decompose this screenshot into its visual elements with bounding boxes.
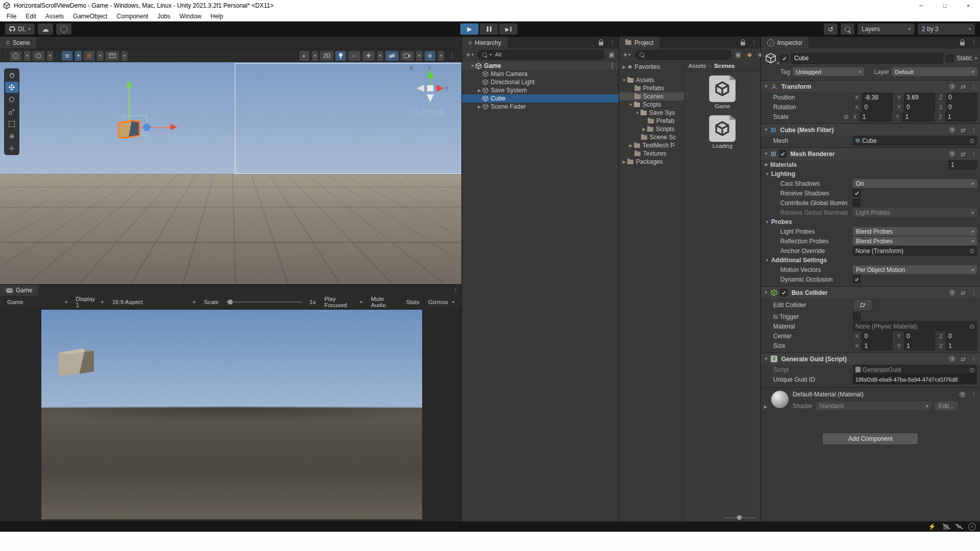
hierarchy-kebab-menu[interactable]: ⋮ — [606, 37, 619, 48]
tool-handle-rotation-dropdown[interactable]: ▾ — [47, 51, 54, 61]
foldout-icon[interactable]: ▶ — [476, 88, 482, 93]
tab-game[interactable]: Game — [0, 285, 39, 296]
camera-settings-dropdown[interactable]: ▾ — [416, 51, 423, 61]
tree-packages[interactable]: ▶ Packages — [619, 158, 684, 166]
layout-dropdown[interactable]: 2 by 3 ▾ — [918, 23, 975, 35]
close-button[interactable]: × — [957, 0, 980, 11]
orientation-gizmo[interactable]: y x — [412, 70, 448, 106]
presets-icon[interactable]: ⇄ — [961, 289, 966, 296]
play-button[interactable]: ▶ — [460, 23, 479, 35]
size-z-field[interactable]: 1 — [946, 341, 977, 350]
light-probes-dropdown[interactable]: Blend Probes▾ — [853, 227, 977, 236]
move-gizmo-center-handle[interactable] — [143, 124, 150, 131]
stats-toggle[interactable]: Stats — [402, 296, 424, 308]
mesh-filter-header[interactable]: ▼ ⊞ Cube (Mesh Filter) ? ⇄ ⋮ — [761, 123, 980, 136]
draw-mode-dropdown[interactable]: ▾ — [312, 51, 318, 61]
static-checkbox[interactable] — [946, 55, 954, 62]
perspective-label[interactable]: ◁ Persp — [412, 107, 444, 116]
layer-dropdown[interactable]: Default▾ — [892, 67, 977, 76]
project-kebab-menu[interactable]: ⋮ — [748, 37, 761, 48]
display-dropdown[interactable]: Display 1▾ — [72, 296, 108, 308]
foldout-icon[interactable]: ▼ — [764, 84, 768, 89]
hierarchy-item-scene-fader[interactable]: ▶ Scene Fader — [462, 103, 618, 111]
scale-x-field[interactable]: 1 — [860, 112, 892, 121]
snap-increment-button[interactable] — [106, 51, 119, 61]
camera-settings-button[interactable] — [401, 51, 413, 61]
cast-shadows-dropdown[interactable]: On▾ — [853, 179, 977, 188]
hierarchy-search-input[interactable] — [494, 51, 601, 58]
tree-scenes[interactable]: Scenes — [619, 92, 684, 101]
foldout-icon[interactable]: ▶ — [641, 127, 647, 132]
mesh-object-field[interactable]: ⊞ Cube ⊙ — [853, 136, 977, 145]
transform-tool[interactable]: ⊕ — [5, 131, 18, 142]
hierarchy-lock[interactable] — [596, 37, 606, 48]
hierarchy-searchbox[interactable]: ▾ — [478, 50, 604, 60]
account-dropdown[interactable]: DL ▾ — [5, 23, 35, 35]
rotation-z-field[interactable]: 0 — [946, 103, 977, 112]
additional-settings-foldout[interactable]: ▼ Additional Settings — [761, 256, 980, 265]
layers-dropdown[interactable]: Layers ▾ — [857, 23, 915, 35]
hierarchy-item-directional-light[interactable]: Directional Light — [462, 78, 618, 86]
component-kebab[interactable]: ⋮ — [971, 127, 977, 134]
anchor-override-field[interactable]: None (Transform) ⊙ — [853, 246, 977, 256]
foldout-icon[interactable]: ▼ — [764, 290, 768, 295]
project-search-input[interactable] — [647, 51, 727, 58]
move-gizmo-x-arrow[interactable] — [170, 124, 177, 130]
physic-material-field[interactable]: None (Physic Material) ⊙ — [853, 321, 977, 331]
center-y-field[interactable]: 0 — [904, 332, 935, 341]
snap-toggle[interactable]: ⊞ — [84, 51, 94, 61]
project-searchbox[interactable] — [635, 50, 731, 60]
menu-gameobject[interactable]: GameObject — [68, 12, 112, 21]
help-icon[interactable]: ? — [949, 289, 955, 296]
presets-icon[interactable]: ⇄ — [961, 127, 966, 134]
help-icon[interactable]: ? — [949, 356, 955, 362]
presets-icon[interactable]: ⇄ — [961, 151, 966, 158]
tab-inspector[interactable]: i Inspector — [761, 37, 808, 48]
gizmos-toggle-scene[interactable]: ⊕ — [425, 51, 435, 61]
center-z-field[interactable]: 0 — [946, 332, 977, 341]
project-lock[interactable] — [738, 37, 748, 48]
gameobject-name-field[interactable] — [791, 53, 944, 64]
foldout-icon[interactable]: ▶ — [476, 105, 482, 109]
object-picker-icon[interactable]: ⊙ — [969, 137, 974, 144]
gameobject-icon[interactable]: ▾ — [764, 52, 777, 65]
minimize-button[interactable]: ─ — [910, 0, 933, 11]
asset-game-scene[interactable]: Game — [709, 76, 736, 109]
center-x-field[interactable]: 0 — [862, 332, 893, 341]
hierarchy-pane-icon[interactable]: ▣ — [606, 51, 616, 58]
size-x-field[interactable]: 1 — [862, 341, 893, 350]
active-checkbox[interactable] — [780, 55, 788, 62]
snap-dropdown[interactable]: ▾ — [97, 51, 104, 61]
motion-vectors-dropdown[interactable]: Per Object Motion▾ — [853, 265, 977, 274]
package-filter-icon[interactable]: ◆ — [745, 51, 754, 58]
help-icon[interactable]: ? — [959, 391, 966, 398]
probes-foldout[interactable]: ▼ Probes — [761, 217, 980, 227]
tree-favorites[interactable]: ▶ ★ Favorites — [619, 63, 684, 71]
move-gizmo-y-axis[interactable] — [129, 87, 130, 120]
draw-mode-button[interactable]: ◐ — [300, 51, 309, 61]
gizmo-neg-x-cone[interactable] — [416, 85, 424, 92]
component-kebab[interactable]: ⋮ — [971, 356, 977, 363]
shader-edit-button[interactable]: Edit... — [935, 402, 959, 410]
position-x-field[interactable]: -8.38 — [862, 93, 893, 102]
hierarchy-item-cube[interactable]: Cube — [462, 94, 618, 103]
scale-slider[interactable] — [226, 302, 302, 303]
foldout-icon[interactable]: ▶ — [628, 143, 634, 148]
reflection-probes-dropdown[interactable]: Blend Probes▾ — [853, 237, 977, 245]
scale-tool[interactable] — [5, 106, 18, 117]
generate-guid-header[interactable]: ▼ # Generate Guid (Script) ? ⇄ ⋮ — [761, 353, 980, 365]
tree-prefab[interactable]: Prefab — [619, 117, 684, 125]
effects-toggle[interactable] — [362, 51, 375, 61]
materials-count-field[interactable]: 1 — [948, 160, 977, 169]
inspector-kebab-menu[interactable]: ⋮ — [968, 37, 980, 48]
game-render[interactable] — [41, 310, 422, 519]
rotation-y-field[interactable]: 0 — [904, 103, 935, 112]
shader-dropdown[interactable]: Standard▾ — [816, 402, 932, 410]
move-tool[interactable] — [5, 82, 18, 93]
gizmo-neg-y-cone[interactable] — [427, 94, 434, 102]
mute-audio-toggle[interactable]: Mute Audio — [367, 296, 402, 308]
gizmo-x-cone[interactable] — [436, 85, 444, 92]
cloud-services-button[interactable]: ☁ — [38, 23, 53, 35]
component-kebab[interactable]: ⋮ — [971, 289, 977, 296]
component-kebab[interactable]: ⋮ — [971, 83, 977, 90]
